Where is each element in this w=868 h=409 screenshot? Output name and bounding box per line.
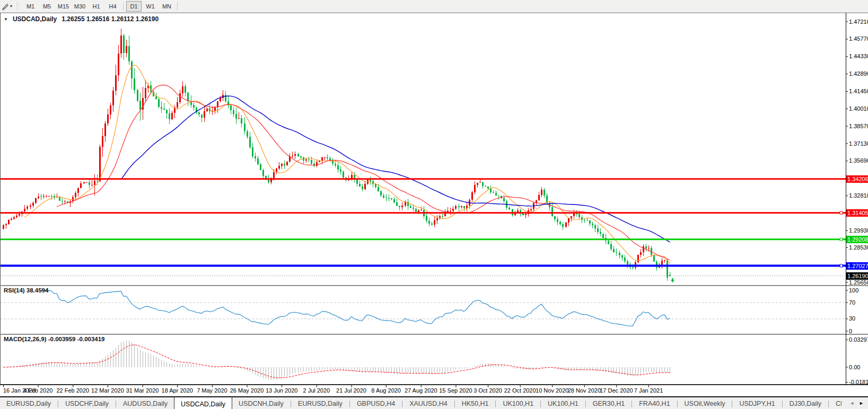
rsi-tick-label: 30 <box>849 315 855 322</box>
tab-separator <box>454 401 455 407</box>
chart-window: 1.472101.457701.443301.428901.414501.400… <box>0 13 868 395</box>
main-price-panel[interactable] <box>0 29 846 283</box>
price-tick-label: 1.45770 <box>849 35 868 42</box>
rsi-panel[interactable] <box>0 290 846 326</box>
ma-line-9[interactable] <box>24 65 670 264</box>
line-handle[interactable] <box>840 238 843 241</box>
date-tick-label: 22 Feb 2020 <box>56 387 89 394</box>
price-tick-label: 1.28530 <box>849 244 868 251</box>
price-tick-label: 1.41450 <box>849 88 868 94</box>
date-tick-label: 7 Jan 2021 <box>634 387 663 394</box>
tab-separator <box>58 401 58 407</box>
symbol-tab-uk100-h1[interactable]: UK100,H1 <box>541 397 585 409</box>
tab-separator <box>828 401 829 407</box>
date-scale[interactable]: 16 Jan 20204 Feb 202022 Feb 202012 Mar 2… <box>3 385 663 394</box>
price-tick-label: 1.25650 <box>849 279 868 286</box>
price-line-badge-1.29208[interactable]: 1.29208 <box>846 236 868 243</box>
toolbar-separator <box>123 2 124 11</box>
date-tick-label: 10 Nov 2020 <box>536 387 568 394</box>
price-line-badge-1.27027[interactable]: 1.27027 <box>846 262 868 270</box>
arrow-down-marker-icon[interactable] <box>671 278 674 283</box>
macd-tick-label: 0.032972 <box>849 336 868 343</box>
date-tick-label: 7 May 2020 <box>197 387 227 394</box>
ma-line-21[interactable] <box>57 85 670 260</box>
dropdown-caret-icon[interactable]: ▾ <box>10 4 12 8</box>
date-tick-label: 28 Nov 2020 <box>568 387 601 394</box>
current-price-badge[interactable]: 1.26190 <box>846 272 868 280</box>
timeframe-button-d1[interactable]: D1 <box>126 1 142 12</box>
timeframe-button-m1[interactable]: M1 <box>23 1 38 12</box>
price-tick-label: 1.35690 <box>849 157 868 164</box>
line-handle[interactable] <box>840 264 843 267</box>
mt4-window: ▾ M1M5M15M30H1H4D1W1MN 1.472101.457701.4… <box>0 0 868 409</box>
rsi-indicator-label: RSI(14) 38.4594 <box>4 287 48 294</box>
date-tick-label: 8 Aug 2020 <box>371 387 401 394</box>
date-tick-label: 27 Aug 2020 <box>405 387 437 394</box>
symbol-tab-eurusd-daily[interactable]: EURUSD,Daily <box>292 397 349 409</box>
tab-separator <box>402 401 402 407</box>
candles-layer <box>3 29 671 281</box>
macd-indicator-label: MACD(12,26,9) -0.003959 -0.003419 <box>4 336 105 342</box>
date-tick-label: 2 Jul 2020 <box>303 387 330 394</box>
price-tick-label: 1.47210 <box>849 19 868 25</box>
tab-scroll-controls: ◄ ► <box>841 397 868 409</box>
collapse-caret-icon[interactable]: ▼ <box>4 17 8 22</box>
symbol-tab-usdcad-daily[interactable]: USDCAD,Daily <box>174 396 232 409</box>
timeframe-button-h4[interactable]: H4 <box>105 1 120 12</box>
macd-tick-label: 0.00 <box>849 364 860 370</box>
price-tick-label: 1.32810 <box>849 192 868 199</box>
rsi-line <box>41 290 670 326</box>
date-tick-label: 13 Jun 2020 <box>266 387 298 394</box>
price-tick-label: 1.42890 <box>849 70 868 77</box>
tab-scroll-right-icon[interactable]: ► <box>859 397 864 409</box>
date-tick-label: 3 Oct 2020 <box>474 387 502 394</box>
symbol-tab-uk100-h1[interactable]: UK100,H1 <box>496 397 540 409</box>
symbol-tab-bar: EURUSD,DailyUSDCHF,DailyAUDUSD,DailyUSDC… <box>0 396 868 409</box>
timeframe-button-w1[interactable]: W1 <box>143 1 158 12</box>
timeframe-button-m15[interactable]: M15 <box>56 1 71 12</box>
symbol-tab-audusd-daily[interactable]: AUDUSD,Daily <box>117 397 174 409</box>
tab-separator <box>732 401 732 407</box>
symbol-tab-hk50-h1[interactable]: HK50,H1 <box>455 397 495 409</box>
macd-tick-label: -0.018154 <box>849 379 868 385</box>
tab-separator <box>116 401 116 407</box>
price-tick-label: 1.44330 <box>849 53 868 59</box>
symbol-tab-usdchf-daily[interactable]: USDCHF,Daily <box>59 397 115 409</box>
toolbar: ▾ M1M5M15M30H1H4D1W1MN <box>0 0 868 13</box>
price-chart-canvas[interactable]: 1.472101.457701.443301.428901.414501.400… <box>0 13 868 395</box>
symbol-tab-dj30-daily[interactable]: DJ30,Daily <box>783 397 828 409</box>
symbol-tab-fra40-h1[interactable]: FRA40,H1 <box>633 397 676 409</box>
tab-scroll-left-icon[interactable]: ◄ <box>849 397 854 409</box>
price-line-badge-1.31405[interactable]: 1.31405 <box>846 209 868 217</box>
price-scale[interactable]: 1.472101.457701.443301.428901.414501.400… <box>846 19 868 385</box>
symbol-tab-usdcnh-daily[interactable]: USDCNH,Daily <box>232 397 290 409</box>
timeframe-button-m30[interactable]: M30 <box>72 1 87 12</box>
line-handle[interactable] <box>840 211 843 214</box>
date-tick-label: 31 Mar 2020 <box>126 387 159 394</box>
timeframe-button-m5[interactable]: M5 <box>39 1 55 12</box>
tab-separator <box>585 401 586 407</box>
price-tick-label: 1.37130 <box>849 140 868 147</box>
symbol-tab-xauusd-h4[interactable]: XAUUSD,H4 <box>403 397 454 409</box>
chart-symbol-period: USDCAD,Daily <box>13 15 57 23</box>
timeframe-button-mn[interactable]: MN <box>159 1 174 12</box>
price-line-badge-1.34206[interactable]: 1.34206 <box>846 175 868 183</box>
symbol-tab-ger30-h1[interactable]: GER30,H1 <box>586 397 631 409</box>
toolbar-grip[interactable] <box>16 2 19 11</box>
tab-separator <box>782 401 783 407</box>
date-tick-label: 22 Oct 2020 <box>504 387 536 394</box>
timeframe-button-h1[interactable]: H1 <box>89 1 104 12</box>
symbol-tab-usoil-weekly[interactable]: USOil,Weekly <box>678 397 732 409</box>
date-tick-label: 4 Feb 2020 <box>23 387 53 394</box>
toolbar-separator <box>177 2 178 11</box>
symbol-tab-eurusd-daily[interactable]: EURUSD,Daily <box>0 397 57 409</box>
drawing-tool-icon[interactable] <box>1 2 10 11</box>
date-tick-label: 26 May 2020 <box>230 387 264 394</box>
date-tick-label: 17 Dec 2020 <box>600 387 633 394</box>
date-tick-label: 15 Sep 2020 <box>439 387 472 394</box>
symbol-tab-usdjpy-h1[interactable]: USDJPY,H1 <box>733 397 781 409</box>
symbol-tab-gbpusd-h4[interactable]: GBPUSD,H4 <box>350 397 401 409</box>
macd-panel[interactable] <box>3 340 670 380</box>
chart-title: ▼ USDCAD,Daily 1.26255 1.26516 1.26112 1… <box>4 15 159 23</box>
price-tick-label: 1.29930 <box>849 227 868 234</box>
